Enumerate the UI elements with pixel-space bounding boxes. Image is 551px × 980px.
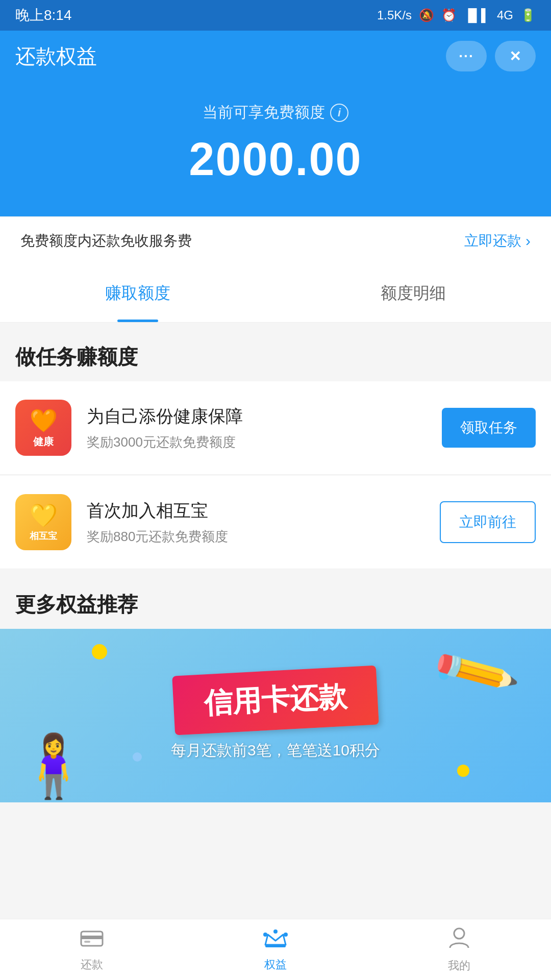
menu-button[interactable]: ··· — [446, 41, 487, 71]
nav-label-mine: 我的 — [448, 958, 470, 973]
repay-banner: 免费额度内还款免收服务费 立即还款 › — [0, 216, 551, 265]
svg-point-6 — [284, 933, 288, 937]
girl-deco: 🧍‍♀️ — [15, 730, 92, 802]
banner-main-text: 信用卡还款 — [203, 679, 347, 719]
nav-spacer — [0, 802, 551, 869]
nav-label-repay: 还款 — [81, 957, 103, 972]
task-section-title-area: 做任务赚额度 — [0, 323, 551, 381]
nav-item-mine[interactable]: 我的 — [367, 919, 551, 980]
svg-rect-7 — [265, 945, 286, 947]
tab-bar: 赚取额度 额度明细 — [0, 265, 551, 323]
status-time: 晚上8:14 — [15, 6, 72, 25]
hero-amount: 2000.00 — [15, 133, 536, 186]
network-speed: 1.5K/s — [377, 8, 412, 22]
hero-section: 当前可享免费额度 i 2000.00 — [0, 82, 551, 216]
network-type: 4G — [497, 8, 513, 22]
info-icon[interactable]: i — [330, 104, 348, 122]
task-name-xianghu: 首次加入相互宝 — [87, 499, 424, 523]
task-icon-health: 🧡 健康 — [15, 400, 71, 456]
more-benefits-title-area: 更多权益推荐 — [0, 570, 551, 629]
chevron-right-icon: › — [525, 232, 531, 250]
task-info-health: 为自己添份健康保障 奖励3000元还款免费额度 — [87, 405, 427, 451]
task-icon-xianghu: 💛 相互宝 — [15, 494, 71, 550]
credit-card-banner[interactable]: ✏️ 🧍‍♀️ 信用卡还款 每月还款前3笔，笔笔送10积分 — [0, 629, 551, 802]
crown-icon — [263, 927, 288, 953]
tab-earn-quota[interactable]: 赚取额度 — [0, 265, 276, 322]
nav-label-benefits: 权益 — [264, 957, 287, 972]
banner-sub-text: 每月还款前3笔，笔笔送10积分 — [171, 740, 380, 761]
task-btn-xianghu[interactable]: 立即前往 — [440, 501, 536, 543]
person-icon — [448, 926, 470, 954]
repay-now-link[interactable]: 立即还款 › — [464, 231, 531, 251]
task-info-xianghu: 首次加入相互宝 奖励880元还款免费额度 — [87, 499, 424, 546]
status-right: 1.5K/s 🔕 ⏰ ▐▌▌ 4G 🔋 — [377, 8, 536, 22]
close-icon: ✕ — [509, 48, 522, 65]
task-btn-health[interactable]: 领取任务 — [442, 408, 536, 448]
svg-marker-3 — [265, 935, 286, 945]
battery-icon: 🔋 — [520, 8, 536, 22]
repay-banner-text: 免费额度内还款免收服务费 — [20, 231, 192, 251]
bottom-nav: 还款 权益 我的 — [0, 919, 551, 980]
status-bar: 晚上8:14 1.5K/s 🔕 ⏰ ▐▌▌ 4G 🔋 — [0, 0, 551, 31]
banner-ribbon: 信用卡还款 — [172, 665, 379, 735]
header: 还款权益 ··· ✕ — [0, 31, 551, 82]
more-benefits-title: 更多权益推荐 — [15, 591, 536, 619]
task-reward-xianghu: 奖励880元还款免费额度 — [87, 528, 424, 546]
nav-item-repay[interactable]: 还款 — [0, 919, 184, 980]
hero-label: 当前可享免费额度 i — [15, 102, 536, 123]
alarm-icon: ⏰ — [441, 8, 457, 22]
svg-point-5 — [273, 929, 278, 934]
svg-point-8 — [454, 928, 464, 939]
mute-icon: 🔕 — [419, 8, 434, 22]
svg-point-4 — [263, 933, 267, 937]
card-icon — [80, 927, 104, 953]
task-name-health: 为自己添份健康保障 — [87, 405, 427, 428]
header-icons: ··· ✕ — [446, 41, 536, 71]
svg-rect-2 — [84, 941, 90, 943]
task-card-health: 🧡 健康 为自己添份健康保障 奖励3000元还款免费额度 领取任务 — [0, 381, 551, 475]
menu-icon: ··· — [459, 48, 473, 64]
tab-quota-detail[interactable]: 额度明细 — [276, 265, 551, 322]
heart-icon: 🧡 — [30, 407, 58, 434]
svg-rect-1 — [81, 936, 103, 939]
task-section-title: 做任务赚额度 — [15, 343, 536, 371]
task-reward-health: 奖励3000元还款免费额度 — [87, 433, 427, 451]
xianghu-heart-icon: 💛 — [30, 502, 58, 529]
task-card-xianghu: 💛 相互宝 首次加入相互宝 奖励880元还款免费额度 立即前往 — [0, 476, 551, 569]
close-button[interactable]: ✕ — [495, 41, 536, 71]
nav-item-benefits[interactable]: 权益 — [184, 919, 367, 980]
signal-icon: ▐▌▌ — [464, 8, 490, 22]
page-title: 还款权益 — [15, 42, 97, 70]
